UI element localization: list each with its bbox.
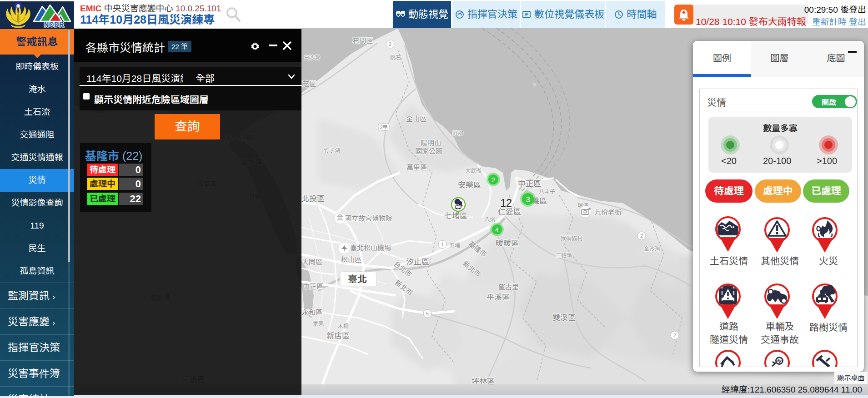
- svg-text:永和區: 永和區: [302, 308, 322, 316]
- svg-text:12: 12: [500, 197, 512, 209]
- svg-text:松山區: 松山區: [341, 256, 361, 264]
- svg-text:中正區: 中正區: [303, 283, 323, 290]
- svg-text:2: 2: [492, 176, 495, 184]
- svg-text:竹子湖: 竹子湖: [324, 147, 340, 154]
- svg-text:4: 4: [495, 226, 499, 234]
- svg-text:三貂嶺: 三貂嶺: [556, 252, 572, 259]
- svg-text:北投區: 北投區: [301, 194, 325, 203]
- svg-text:平溪區: 平溪區: [487, 293, 510, 302]
- svg-text:猴硐貓村: 猴硐貓村: [561, 235, 583, 242]
- svg-text:安樂區: 安樂區: [458, 181, 481, 189]
- svg-text:野柳: 野柳: [452, 130, 463, 137]
- svg-text:國立故宮博物院: 國立故宮博物院: [345, 214, 392, 222]
- svg-text:暖暖區: 暖暖區: [496, 239, 519, 248]
- svg-text:石門區: 石門區: [352, 37, 373, 45]
- svg-text:1: 1: [441, 242, 444, 247]
- svg-text:金山區: 金山區: [406, 115, 426, 123]
- svg-text:望古里: 望古里: [498, 283, 519, 291]
- svg-text:2: 2: [673, 333, 676, 338]
- svg-text:木柵: 木柵: [338, 323, 349, 329]
- svg-text:3: 3: [526, 195, 530, 204]
- svg-text:八堵: 八堵: [484, 217, 495, 223]
- svg-text:跳石: 跳石: [390, 55, 401, 61]
- svg-text:2: 2: [640, 233, 643, 239]
- svg-text:臺北: 臺北: [348, 274, 367, 284]
- svg-text:雙溪區: 雙溪區: [552, 313, 576, 322]
- svg-text:陽明山: 陽明山: [421, 139, 441, 147]
- svg-text:景美: 景美: [313, 320, 324, 327]
- svg-text:萬里區: 萬里區: [406, 164, 427, 171]
- svg-text:五堵: 五堵: [449, 242, 460, 249]
- svg-text:汐止區: 汐止區: [406, 258, 429, 266]
- svg-text:2: 2: [389, 41, 391, 47]
- svg-text:NCDR: NCDR: [44, 21, 64, 28]
- svg-text:大武崙: 大武崙: [465, 168, 482, 174]
- svg-text:新店區: 新店區: [326, 332, 350, 340]
- svg-text:5: 5: [426, 311, 429, 316]
- svg-text:白沙灣: 白沙灣: [304, 55, 320, 61]
- svg-text:大同區: 大同區: [302, 258, 322, 266]
- svg-text:國家公園: 國家公園: [415, 147, 442, 155]
- svg-text:臺北松山機場: 臺北松山機場: [350, 244, 391, 252]
- svg-text:2甲: 2甲: [380, 124, 387, 130]
- svg-text:九份老街: 九份老街: [594, 209, 622, 216]
- svg-text:金沙灣: 金沙灣: [644, 246, 660, 252]
- svg-text:七堵區: 七堵區: [444, 212, 467, 220]
- svg-text:八斗子: 八斗子: [539, 189, 555, 195]
- svg-text:中正區: 中正區: [518, 179, 541, 188]
